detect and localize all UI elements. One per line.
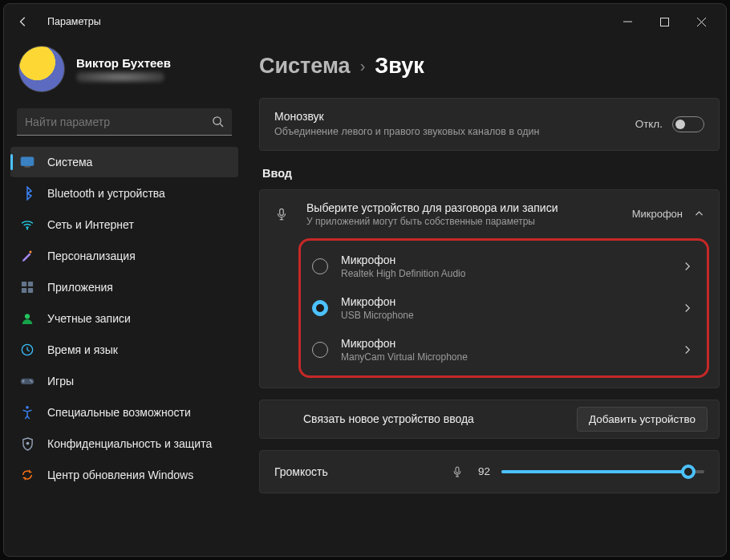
device-title: Микрофон	[341, 254, 683, 266]
svg-rect-19	[280, 209, 284, 215]
sidebar-item-label: Персонализация	[47, 250, 136, 262]
input-device-row[interactable]: МикрофонRealtek High Definition Audio	[301, 246, 707, 287]
minimize-button[interactable]	[609, 9, 646, 34]
sidebar-item-bluetooth[interactable]: Bluetooth и устройства	[10, 178, 238, 209]
time-icon	[20, 343, 34, 357]
svg-line-3	[220, 124, 223, 127]
breadcrumb: Система › Звук	[259, 54, 720, 79]
current-input-value: Микрофон	[632, 208, 683, 220]
sidebar-item-accounts[interactable]: Учетные записи	[10, 303, 238, 334]
profile-email-blur	[76, 71, 164, 83]
volume-slider[interactable]	[501, 470, 704, 473]
svg-rect-10	[22, 288, 26, 293]
svg-point-15	[30, 379, 31, 381]
sidebar-item-label: Учетные записи	[47, 312, 131, 325]
input-device-row[interactable]: МикрофонManyCam Virtual Microphone	[301, 329, 707, 371]
microphone-icon	[451, 465, 464, 478]
svg-rect-9	[28, 282, 33, 286]
sidebar-item-label: Приложения	[47, 281, 113, 294]
sidebar-item-system[interactable]: Система	[10, 147, 238, 177]
titlebar: Параметры	[4, 4, 726, 39]
profile[interactable]: Виктор Бухтеев	[10, 39, 238, 107]
update-icon	[20, 468, 34, 482]
sidebar-item-gaming[interactable]: Игры	[10, 366, 238, 396]
device-radio[interactable]	[312, 300, 328, 316]
sidebar-item-label: Bluetooth и устройства	[47, 187, 165, 200]
profile-name: Виктор Бухтеев	[76, 56, 171, 70]
maximize-button[interactable]	[646, 9, 683, 34]
sidebar-item-apps[interactable]: Приложения	[10, 272, 238, 302]
sidebar-item-accessibility[interactable]: Специальные возможности	[10, 397, 238, 428]
choose-input-header[interactable]: Выберите устройство для разговора или за…	[260, 190, 719, 238]
sidebar-item-label: Конфиденциальность и защита	[47, 437, 212, 450]
chevron-right-icon: ›	[360, 57, 366, 75]
sidebar-item-privacy[interactable]: Конфиденциальность и защита	[10, 428, 238, 459]
apps-icon	[20, 280, 34, 294]
bluetooth-icon	[20, 186, 34, 201]
input-device-list: МикрофонRealtek High Definition AudioМик…	[298, 238, 709, 378]
chevron-up-icon	[694, 209, 704, 219]
sidebar-item-label: Центр обновления Windows	[47, 469, 193, 481]
network-icon	[20, 217, 34, 232]
device-title: Микрофон	[341, 295, 683, 308]
add-device-button[interactable]: Добавить устройство	[577, 407, 708, 432]
window-title: Параметры	[47, 16, 101, 27]
device-subtitle: Realtek High Definition Audio	[341, 268, 683, 279]
sidebar-item-personalize[interactable]: Персонализация	[10, 241, 238, 271]
svg-rect-20	[456, 467, 459, 473]
privacy-icon	[20, 436, 34, 451]
device-radio[interactable]	[312, 342, 328, 358]
svg-point-18	[26, 441, 29, 444]
back-button[interactable]	[10, 9, 36, 34]
search-box[interactable]	[17, 108, 232, 136]
close-button[interactable]	[683, 9, 720, 34]
mono-desc: Объединение левого и правого звуковых ка…	[274, 125, 547, 139]
mono-state-label: Откл.	[635, 118, 663, 130]
svg-point-16	[31, 381, 33, 383]
sidebar-item-time[interactable]: Время и язык	[10, 335, 238, 365]
volume-label: Громкость	[274, 465, 451, 478]
sidebar-item-network[interactable]: Сеть и Интернет	[10, 209, 238, 240]
svg-point-2	[213, 117, 221, 124]
device-subtitle: USB Microphone	[341, 310, 683, 321]
breadcrumb-parent[interactable]: Система	[259, 54, 351, 79]
personalize-icon	[20, 249, 34, 263]
svg-rect-4	[21, 157, 34, 166]
input-device-panel: Выберите устройство для разговора или за…	[259, 189, 720, 388]
slider-thumb[interactable]	[681, 465, 696, 479]
sidebar-item-label: Время и язык	[47, 343, 118, 356]
svg-rect-5	[25, 166, 30, 167]
chevron-right-icon[interactable]	[683, 262, 692, 271]
avatar	[18, 46, 65, 92]
svg-rect-8	[22, 282, 26, 286]
input-section-label: Ввод	[262, 167, 720, 180]
svg-point-12	[25, 314, 30, 319]
mono-audio-card: Монозвук Объединение левого и правого зв…	[259, 98, 720, 151]
input-device-row[interactable]: МикрофонUSB Microphone	[301, 287, 707, 329]
sidebar-item-label: Игры	[47, 375, 74, 388]
sidebar-item-label: Сеть и Интернет	[47, 218, 134, 231]
accounts-icon	[20, 311, 34, 326]
svg-rect-1	[660, 18, 668, 26]
main-content: Система › Звук Монозвук Объединение лево…	[245, 39, 726, 556]
microphone-icon	[274, 207, 292, 221]
device-radio[interactable]	[312, 258, 328, 274]
sidebar-item-label: Специальные возможности	[47, 406, 191, 419]
svg-point-6	[26, 228, 28, 229]
mono-toggle[interactable]	[672, 116, 704, 132]
sidebar-item-label: Система	[47, 156, 92, 168]
search-icon	[212, 116, 224, 128]
volume-row: Громкость 92	[259, 450, 720, 493]
gaming-icon	[20, 374, 34, 388]
search-input[interactable]	[25, 116, 212, 128]
nav-list: СистемаBluetooth и устройстваСеть и Инте…	[10, 147, 238, 490]
sidebar: Виктор Бухтеев СистемаBluetooth и устрой…	[4, 39, 245, 556]
sidebar-item-update[interactable]: Центр обновления Windows	[10, 460, 238, 490]
device-title: Микрофон	[341, 337, 683, 350]
chevron-right-icon[interactable]	[683, 303, 692, 313]
accessibility-icon	[20, 405, 34, 420]
breadcrumb-current: Звук	[375, 54, 424, 79]
chevron-right-icon[interactable]	[683, 345, 692, 355]
volume-value: 92	[478, 465, 490, 477]
device-subtitle: ManyCam Virtual Microphone	[341, 351, 683, 363]
